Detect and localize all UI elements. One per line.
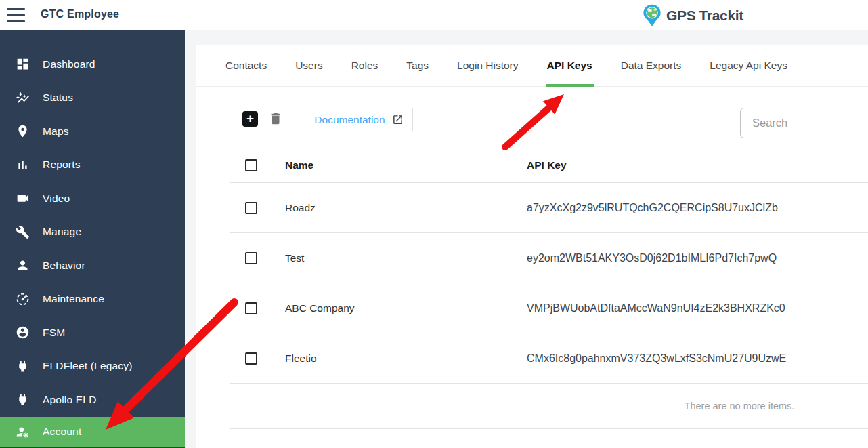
api-key-value: a7yzXcXg2z9v5lRUTQchG2CQERCipS8U7uxJClZb bbox=[527, 202, 778, 214]
api-key-value: CMx6Ic8g0pahnxmV373ZQ3wLxfS3cNmU27U9UzwE bbox=[527, 352, 786, 365]
plug-icon bbox=[15, 359, 30, 373]
external-link-icon bbox=[392, 114, 404, 125]
table-row[interactable]: Fleetio CMx6Ic8g0pahnxmV373ZQ3wLxfS3cNmU… bbox=[230, 333, 868, 384]
table-row[interactable]: Test ey2om2WBt51AKY3OsD0j62D1bIMLI6Pd7Ic… bbox=[230, 233, 868, 283]
column-header-name: Name bbox=[285, 159, 313, 171]
sidebar-item-apollo-eld[interactable]: Apollo ELD bbox=[0, 383, 185, 417]
tab-api-keys[interactable]: API Keys bbox=[547, 45, 592, 87]
sidebar-item-eldfleet-legacy[interactable]: ELDFleet (Legacy) bbox=[0, 350, 185, 384]
row-checkbox[interactable] bbox=[245, 302, 257, 314]
sidebar-item-maps[interactable]: Maps bbox=[0, 115, 185, 148]
sidebar-item-reports[interactable]: Reports bbox=[0, 148, 185, 182]
tab-roles[interactable]: Roles bbox=[351, 45, 378, 87]
api-key-name: Roadz bbox=[285, 202, 316, 214]
sidebar-nav: Dashboard Status Maps Reports Video Mana… bbox=[0, 30, 185, 448]
tab-data-exports[interactable]: Data Exports bbox=[621, 45, 682, 87]
sidebar-item-video[interactable]: Video bbox=[0, 182, 185, 216]
api-key-name: ABC Company bbox=[285, 302, 355, 314]
table-empty-row: There are no more items. bbox=[230, 384, 868, 429]
account-panel-card: Contacts Users Roles Tags Login History … bbox=[196, 45, 868, 448]
gauge-icon bbox=[15, 291, 30, 306]
sidebar-item-manage[interactable]: Manage bbox=[0, 216, 185, 249]
person-circle-icon bbox=[15, 325, 30, 340]
sidebar-item-dashboard[interactable]: Dashboard bbox=[0, 47, 185, 81]
column-header-api-key: API Key bbox=[527, 159, 567, 171]
wrench-icon bbox=[15, 224, 30, 239]
tab-contacts[interactable]: Contacts bbox=[225, 45, 267, 87]
bar-chart-icon bbox=[15, 157, 30, 172]
active-tab-underline bbox=[546, 84, 594, 87]
menu-icon[interactable] bbox=[7, 8, 26, 22]
documentation-button[interactable]: Documentation bbox=[305, 108, 413, 131]
logo-pin-globe-icon bbox=[642, 4, 662, 27]
add-api-key-button[interactable]: + bbox=[242, 111, 258, 127]
no-more-items-text: There are no more items. bbox=[685, 401, 795, 411]
table-row[interactable]: Roadz a7yzXcXg2z9v5lRUTQchG2CQERCipS8U7u… bbox=[230, 183, 868, 233]
row-checkbox[interactable] bbox=[245, 352, 257, 365]
dashboard-icon bbox=[15, 57, 30, 72]
top-header: GTC Employee GPSTrackit bbox=[0, 0, 868, 30]
map-pin-icon bbox=[15, 124, 30, 139]
table-header-row: Name API Key bbox=[230, 148, 868, 183]
tab-users[interactable]: Users bbox=[295, 45, 322, 87]
api-keys-table: Name API Key Roadz a7yzXcXg2z9v5lRUTQchG… bbox=[230, 148, 868, 429]
person-gear-icon bbox=[15, 424, 30, 439]
tab-login-history[interactable]: Login History bbox=[457, 45, 518, 87]
api-key-value: ey2om2WBt51AKY3OsD0j62D1bIMLI6Pd7Ich7pwQ bbox=[527, 252, 777, 264]
tab-legacy-api-keys[interactable]: Legacy Api Keys bbox=[710, 45, 787, 87]
api-key-name: Fleetio bbox=[285, 352, 317, 365]
row-checkbox[interactable] bbox=[245, 202, 257, 214]
sidebar-item-status[interactable]: Status bbox=[0, 81, 185, 115]
account-tab-bar: Contacts Users Roles Tags Login History … bbox=[196, 45, 868, 87]
api-key-value: VMPjBWUobAtDftaAMccWaN9nUI4zE2k3BHXRZKc0 bbox=[527, 302, 785, 314]
delete-icon[interactable] bbox=[268, 111, 283, 126]
api-key-name: Test bbox=[285, 252, 304, 264]
row-checkbox[interactable] bbox=[245, 252, 257, 264]
gps-trackit-logo: GPSTrackit bbox=[642, 4, 743, 27]
person-icon bbox=[15, 258, 30, 273]
sidebar-item-fsm[interactable]: FSM bbox=[0, 316, 185, 350]
sidebar-item-behavior[interactable]: Behavior bbox=[0, 249, 185, 283]
search-input[interactable] bbox=[740, 108, 868, 138]
logo-text: GPSTrackit bbox=[666, 7, 743, 24]
video-camera-icon bbox=[15, 191, 30, 206]
select-all-checkbox[interactable] bbox=[245, 159, 257, 171]
tab-tags[interactable]: Tags bbox=[406, 45, 429, 87]
status-graph-icon bbox=[15, 90, 30, 105]
plug-icon bbox=[15, 392, 30, 407]
table-row[interactable]: ABC Company VMPjBWUobAtDftaAMccWaN9nUI4z… bbox=[230, 283, 868, 333]
sidebar-item-maintenance[interactable]: Maintenance bbox=[0, 283, 185, 317]
account-context-title: GTC Employee bbox=[41, 8, 119, 20]
sidebar-item-account[interactable]: Account bbox=[0, 417, 185, 447]
